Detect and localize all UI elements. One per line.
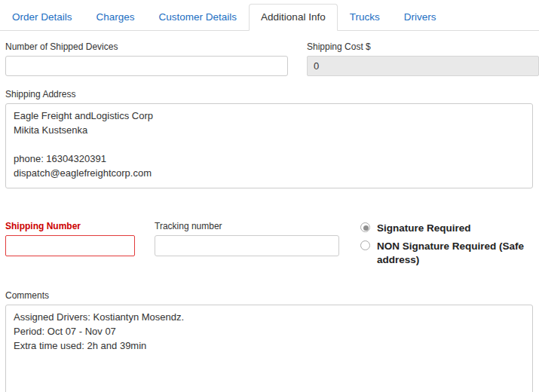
shipping-cost-label: Shipping Cost $ xyxy=(307,41,539,52)
tab-order-details[interactable]: Order Details xyxy=(0,4,84,31)
signature-required-label: Signature Required xyxy=(377,222,471,235)
shipped-devices-label: Number of Shipped Devices xyxy=(5,41,288,52)
comments-label: Comments xyxy=(5,290,539,301)
shipping-address-label: Shipping Address xyxy=(5,89,539,100)
tracking-number-label: Tracking number xyxy=(155,221,339,231)
signature-required-option[interactable]: Signature Required xyxy=(360,222,535,235)
non-signature-required-label: NON Signature Required (Safe address) xyxy=(377,240,535,267)
tracking-number-input[interactable] xyxy=(155,235,339,256)
shipped-devices-input[interactable] xyxy=(5,56,288,76)
shipping-number-input[interactable] xyxy=(5,235,135,256)
additional-info-form: Number of Shipped Devices Shipping Cost … xyxy=(0,41,539,392)
signature-radio-group: Signature Required NON Signature Require… xyxy=(360,221,535,271)
shipping-number-label: Shipping Number xyxy=(5,221,135,231)
tab-bar: Order Details Charges Customer Details A… xyxy=(0,4,539,31)
shipping-cost-input xyxy=(307,56,539,76)
tab-trucks[interactable]: Trucks xyxy=(338,4,392,31)
tab-customer-details[interactable]: Customer Details xyxy=(147,4,250,31)
tab-drivers[interactable]: Drivers xyxy=(392,4,449,31)
tab-charges[interactable]: Charges xyxy=(84,4,147,31)
non-signature-required-radio-icon[interactable] xyxy=(360,240,370,250)
non-signature-required-option[interactable]: NON Signature Required (Safe address) xyxy=(360,240,535,267)
comments-textarea[interactable]: Assigned Drivers: Kostiantyn Mosendz. Pe… xyxy=(5,305,533,392)
signature-required-radio-icon[interactable] xyxy=(360,222,370,232)
shipping-address-textarea[interactable]: Eagle Freight andLogistics Corp Mikita K… xyxy=(5,103,533,188)
tab-additional-info[interactable]: Additional Info xyxy=(249,4,338,31)
